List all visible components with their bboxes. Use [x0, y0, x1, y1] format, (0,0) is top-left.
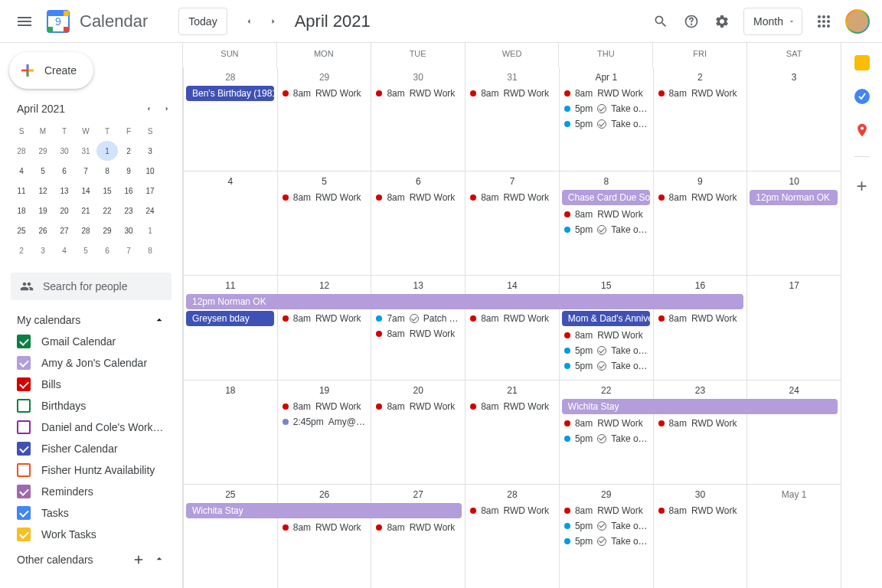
mini-day[interactable]: 22 — [96, 201, 118, 220]
day-number[interactable]: 16 — [655, 277, 746, 294]
day-number[interactable]: 17 — [749, 277, 839, 294]
mini-day[interactable]: 4 — [11, 161, 32, 181]
event[interactable]: 8amRWD Work — [373, 86, 463, 101]
calendar-toggle[interactable]: Birthdays — [0, 395, 182, 416]
checkbox[interactable] — [17, 463, 31, 477]
day-number[interactable]: 10 — [749, 173, 839, 190]
mini-day[interactable]: 7 — [75, 161, 96, 181]
event[interactable]: 8amRWD Work — [655, 416, 746, 431]
mini-day[interactable]: 25 — [11, 220, 32, 240]
day-number[interactable]: 2 — [655, 69, 746, 86]
mini-day[interactable]: 6 — [54, 161, 75, 181]
day-cell[interactable]: 3 — [746, 67, 841, 171]
day-cell[interactable]: 268amRWD Work — [277, 485, 371, 588]
calendar-toggle[interactable]: Tasks — [0, 502, 182, 524]
day-cell[interactable]: 24 — [746, 381, 841, 484]
event[interactable]: 5pmTake out tra — [561, 358, 652, 374]
logo[interactable]: 9 Calendar — [43, 6, 148, 37]
mini-day[interactable]: 28 — [11, 141, 32, 161]
day-cell[interactable]: 17 — [746, 276, 841, 379]
day-number[interactable]: 8 — [561, 173, 652, 190]
day-number[interactable]: 29 — [279, 69, 370, 86]
day-cell[interactable]: 228amRWD Work5pmTake out tra — [559, 381, 653, 484]
mini-prev-month[interactable] — [139, 100, 158, 118]
day-cell[interactable]: 238amRWD Work — [653, 381, 747, 484]
day-cell[interactable]: 168amRWD Work — [653, 276, 747, 379]
day-cell[interactable]: 288amRWD Work — [465, 485, 559, 588]
calendar-toggle[interactable]: Reminders — [0, 481, 182, 502]
day-cell[interactable]: 208amRWD Work — [371, 381, 465, 484]
mini-day[interactable]: 4 — [54, 240, 75, 260]
day-number[interactable]: 25 — [185, 486, 276, 503]
mini-day[interactable]: 18 — [11, 201, 32, 220]
day-number[interactable]: 29 — [561, 486, 652, 503]
menu-icon[interactable] — [6, 3, 43, 40]
mini-day[interactable]: 5 — [75, 240, 96, 260]
mini-day[interactable]: 29 — [32, 141, 54, 161]
mini-day[interactable]: 12 — [32, 181, 54, 201]
mini-day[interactable]: 3 — [139, 141, 161, 161]
account-avatar[interactable] — [845, 9, 870, 34]
event[interactable]: 8amRWD Work — [279, 190, 370, 205]
event[interactable]: 8amRWD Work — [279, 520, 370, 535]
event[interactable]: 8amRWD Work — [373, 399, 463, 414]
mini-day[interactable]: 1 — [139, 220, 161, 240]
event[interactable]: 8amRWD Work — [561, 503, 652, 518]
calendar-toggle[interactable]: Fisher Huntz Availability — [0, 459, 182, 481]
event[interactable]: 8amRWD Work — [655, 86, 746, 101]
day-number[interactable]: 3 — [749, 69, 839, 86]
day-cell[interactable]: 4 — [183, 172, 277, 275]
day-number[interactable]: 24 — [749, 382, 839, 399]
checkbox[interactable] — [17, 485, 31, 498]
day-cell[interactable]: 128amRWD Work — [277, 276, 371, 379]
mini-day[interactable]: 9 — [118, 161, 139, 181]
day-cell[interactable]: 28amRWD Work — [653, 67, 747, 171]
day-number[interactable]: 31 — [467, 69, 557, 86]
day-cell[interactable]: 11 — [183, 276, 277, 379]
day-number[interactable]: 4 — [185, 173, 276, 190]
day-cell[interactable]: 308amRWD Work — [371, 67, 465, 171]
calendar-toggle[interactable]: Fisher Calendar — [0, 438, 182, 459]
event[interactable]: 8amRWD Work — [561, 416, 652, 431]
checkbox[interactable] — [17, 506, 31, 520]
event[interactable]: 5pmTake out re — [561, 518, 652, 534]
day-cell[interactable]: 308amRWD Work — [653, 485, 747, 588]
day-number[interactable]: 23 — [655, 382, 746, 399]
day-number[interactable]: 30 — [655, 486, 746, 503]
day-number[interactable]: 12 — [279, 277, 370, 294]
next-month-button[interactable] — [261, 9, 286, 34]
mini-day[interactable]: 2 — [118, 141, 139, 161]
mini-day[interactable]: 2 — [11, 240, 32, 260]
mini-day[interactable]: 15 — [96, 181, 118, 201]
mini-day[interactable]: 8 — [139, 240, 161, 260]
event[interactable]: 8amRWD Work — [467, 399, 557, 414]
day-number[interactable]: 9 — [655, 173, 746, 190]
mini-day[interactable]: 6 — [96, 240, 118, 260]
event[interactable]: 8amRWD Work — [279, 399, 370, 414]
day-cell[interactable]: 78amRWD Work — [465, 172, 559, 275]
mini-day[interactable]: 26 — [32, 220, 54, 240]
all-day-event[interactable]: Ben's Birthday (1981 — [186, 86, 274, 101]
event[interactable]: 8amRWD Work — [467, 311, 557, 326]
mini-day[interactable]: 11 — [11, 181, 32, 201]
day-cell[interactable]: 68amRWD Work — [371, 172, 465, 275]
all-day-event[interactable]: Greysen bday — [186, 311, 274, 326]
event[interactable]: 2:45pmAmy@EyeD — [279, 414, 370, 430]
day-number[interactable]: 22 — [561, 382, 652, 399]
checkbox[interactable] — [17, 528, 31, 541]
day-cell[interactable]: 10 — [746, 172, 841, 275]
day-cell[interactable]: 198amRWD Work2:45pmAmy@EyeD — [277, 381, 371, 484]
day-number[interactable]: 18 — [185, 382, 276, 399]
day-number[interactable]: Apr 1 — [561, 69, 652, 86]
view-selector[interactable]: Month — [743, 8, 802, 35]
day-cell[interactable]: 18 — [183, 381, 277, 484]
all-day-event[interactable]: 12pm Norman OK — [750, 190, 838, 205]
mini-day[interactable]: 5 — [32, 161, 54, 181]
calendar-toggle[interactable]: Gmail Calendar — [0, 331, 182, 352]
day-cell[interactable]: 298amRWD Work — [277, 67, 371, 171]
search-people-input[interactable]: Search for people — [11, 273, 172, 300]
settings-icon[interactable] — [707, 6, 737, 37]
day-number[interactable]: 11 — [185, 277, 276, 294]
day-cell[interactable]: 88amRWD Work5pmTake out tra — [559, 172, 653, 275]
day-cell[interactable]: 278amRWD Work — [371, 485, 465, 588]
